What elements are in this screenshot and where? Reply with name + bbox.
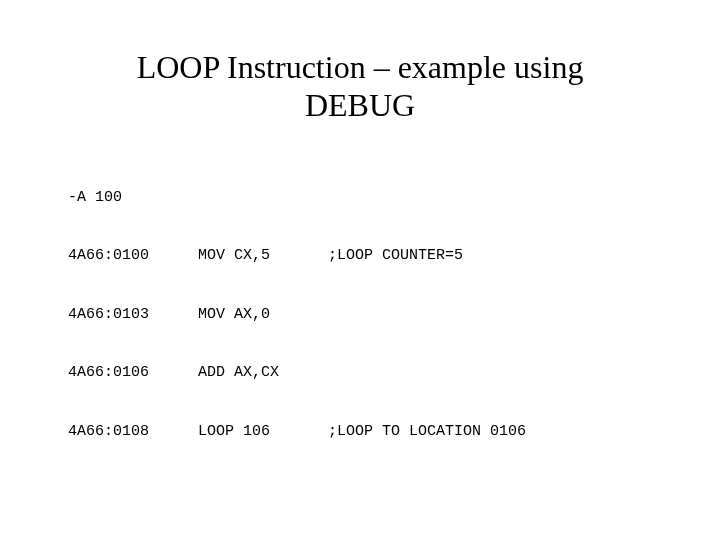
instr: MOV CX,5 — [198, 246, 328, 266]
code-block: -A 100 4A66:0100MOV CX,5;LOOP COUNTER=5 … — [68, 149, 660, 481]
addr: 4A66:0103 — [68, 305, 198, 325]
instr: MOV AX,0 — [198, 305, 328, 325]
slide-title: LOOP Instruction – example using DEBUG — [60, 48, 660, 125]
comment: ;LOOP COUNTER=5 — [328, 246, 463, 266]
instr: LOOP 106 — [198, 422, 328, 442]
title-line-1: LOOP Instruction – example using — [137, 49, 584, 85]
addr: 4A66:0108 — [68, 422, 198, 442]
code-row: 4A66:0103MOV AX,0 — [68, 305, 660, 325]
code-row: 4A66:0100MOV CX,5;LOOP COUNTER=5 — [68, 246, 660, 266]
code-row: 4A66:0106ADD AX,CX — [68, 363, 660, 383]
instr: ADD AX,CX — [198, 363, 328, 383]
slide: LOOP Instruction – example using DEBUG -… — [0, 0, 720, 540]
comment: ;LOOP TO LOCATION 0106 — [328, 422, 526, 442]
addr: -A 100 — [68, 188, 198, 208]
title-line-2: DEBUG — [305, 87, 415, 123]
code-row: -A 100 — [68, 188, 660, 208]
code-row: 4A66:0108LOOP 106;LOOP TO LOCATION 0106 — [68, 422, 660, 442]
addr: 4A66:0106 — [68, 363, 198, 383]
addr: 4A66:0100 — [68, 246, 198, 266]
